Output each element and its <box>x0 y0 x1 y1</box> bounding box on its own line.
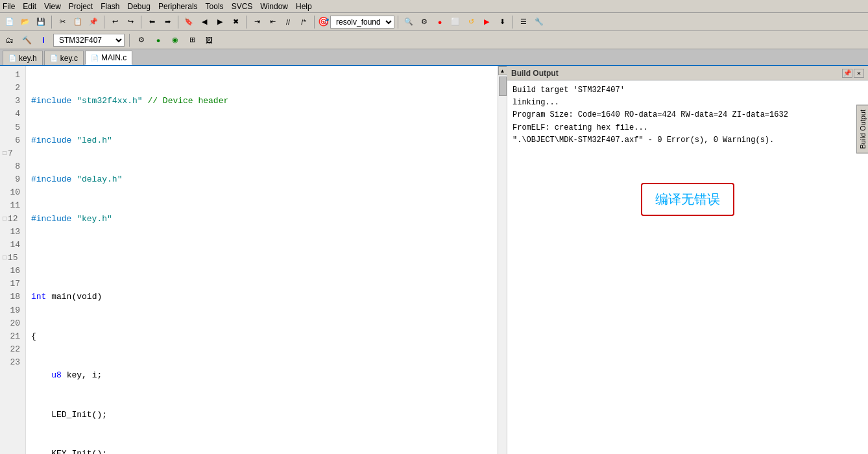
menu-icon-btn[interactable]: ☰ <box>516 15 531 29</box>
target-icon: 🎯 <box>318 16 329 27</box>
cut-btn[interactable]: ✂ <box>55 15 69 29</box>
tab-key-c[interactable]: 📄 key.c <box>44 51 84 65</box>
sep-4 <box>178 16 178 29</box>
menu-edit[interactable]: Edit <box>23 2 36 11</box>
sep-9 <box>129 34 130 47</box>
tabs-bar: 📄 key.h 📄 key.c 📄 MAIN.c <box>0 49 868 66</box>
code-line-3: #include "delay.h" <box>31 173 492 186</box>
nav-fwd-btn[interactable]: ➡ <box>160 15 175 29</box>
menu-project[interactable]: Project <box>69 2 93 11</box>
ln-7: □7 <box>3 147 20 160</box>
menu-file[interactable]: File <box>3 2 15 11</box>
power-btn[interactable]: ◉ <box>168 33 182 47</box>
settings-btn[interactable]: ⚙ <box>417 15 431 29</box>
undo-btn[interactable]: ↩ <box>108 15 122 29</box>
code-line-10: KEY_Init(); <box>31 448 492 454</box>
image-btn[interactable]: 🖼 <box>202 33 216 47</box>
key-c-icon: 📄 <box>50 54 58 62</box>
menu-help[interactable]: Help <box>296 2 312 11</box>
menu-peripherals[interactable]: Peripherals <box>158 2 198 11</box>
ln-23: 23 <box>3 356 20 369</box>
find-btn[interactable]: 🔍 <box>402 15 416 29</box>
debug-reset-btn[interactable]: ↺ <box>464 15 478 29</box>
bookmark-next-btn[interactable]: ▶ <box>213 15 227 29</box>
tab-key-h[interactable]: 📄 key.h <box>3 51 43 65</box>
code-scrollbar[interactable]: ▲ <box>498 66 507 454</box>
debug-load-btn[interactable]: ⬇ <box>495 15 509 29</box>
menu-tools[interactable]: Tools <box>206 2 224 11</box>
tab-main-c-label: MAIN.c <box>101 53 127 62</box>
build-output-right-tab[interactable]: Build Output <box>856 105 868 154</box>
bookmark-clear-btn[interactable]: ✖ <box>228 15 243 29</box>
ln-5: 5 <box>3 121 20 134</box>
code-line-4: #include "key.h" <box>31 213 492 226</box>
build-output-text: Build target 'STM32F407' linking... Prog… <box>507 80 868 454</box>
code-line-7: { <box>31 330 492 343</box>
ln-14: 14 <box>3 239 20 252</box>
sep-8 <box>512 16 513 29</box>
tab-main-c[interactable]: 📄 MAIN.c <box>85 51 132 65</box>
code-line-8: u8 key, i; <box>31 369 492 382</box>
led-btn[interactable]: ● <box>151 33 165 47</box>
ln-10: 10 <box>3 186 20 199</box>
ln-11: 11 <box>3 199 20 212</box>
debug-run-btn[interactable]: ● <box>433 15 447 29</box>
right-tab-label: Build Output <box>859 110 867 149</box>
comment-btn[interactable]: // <box>281 15 295 29</box>
toolbar-row-2: 🗂 🔨 i STM32F407 ⚙ ● ◉ ⊞ 🖼 <box>0 31 868 49</box>
build-header-buttons: 📌 ✕ <box>842 69 864 78</box>
nav-back-btn[interactable]: ⬅ <box>145 15 159 29</box>
ln-8: 8 <box>3 160 20 173</box>
ln-21: 21 <box>3 330 20 343</box>
ln-2: 2 <box>3 82 20 95</box>
code-text[interactable]: #include "stm32f4xx.h" // Device header … <box>26 66 498 454</box>
menu-debug[interactable]: Debug <box>128 2 151 11</box>
ln-18: 18 <box>3 291 20 304</box>
menu-svcs[interactable]: SVCS <box>232 2 253 11</box>
menu-window[interactable]: Window <box>260 2 288 11</box>
resolv-dropdown[interactable]: resolv_found <box>330 16 394 29</box>
save-btn[interactable]: 💾 <box>34 15 48 29</box>
target-select[interactable]: STM32F407 <box>53 34 125 47</box>
ln-15: □15 <box>3 252 20 265</box>
ln-16: 16 <box>3 265 20 278</box>
key-h-icon: 📄 <box>8 54 16 62</box>
menu-view[interactable]: View <box>44 2 61 11</box>
debug-stop-btn[interactable]: ⬜ <box>448 15 463 29</box>
code-line-1: #include "stm32f4xx.h" // Device header <box>31 95 492 108</box>
bookmark-btn[interactable]: 🔖 <box>182 15 196 29</box>
ln-1: 1 <box>3 69 20 82</box>
ln-6: 6 <box>3 134 20 147</box>
build-icon-btn[interactable]: 🔨 <box>19 33 34 47</box>
sep-5 <box>246 16 247 29</box>
indent-btn[interactable]: ⇥ <box>250 15 264 29</box>
tab-key-c-label: key.c <box>60 54 78 63</box>
build-line-5: ".\OBJECT\MDK-STM32F407.axf" - 0 Error(s… <box>512 134 863 147</box>
copy-btn[interactable]: 📋 <box>71 15 85 29</box>
uncomment-btn[interactable]: /* <box>296 15 311 29</box>
scroll-up-arrow[interactable]: ▲ <box>498 66 507 75</box>
project-icon-btn[interactable]: 🗂 <box>3 33 17 47</box>
settings2-btn[interactable]: ⚙ <box>134 33 149 47</box>
debug-flash-btn[interactable]: ▶ <box>479 15 494 29</box>
info-btn[interactable]: i <box>36 33 51 47</box>
bookmark-prev-btn[interactable]: ◀ <box>197 15 211 29</box>
build-pin-btn[interactable]: 📌 <box>842 69 852 78</box>
new-btn[interactable]: 📄 <box>3 15 17 29</box>
outdent-btn[interactable]: ⇤ <box>265 15 280 29</box>
ln-22: 22 <box>3 343 20 356</box>
build-line-3: Program Size: Code=1640 RO-data=424 RW-d… <box>512 109 863 121</box>
scroll-thumb[interactable] <box>499 77 507 96</box>
redo-btn[interactable]: ↪ <box>123 15 138 29</box>
wrench-btn[interactable]: 🔧 <box>532 15 546 29</box>
paste-btn[interactable]: 📌 <box>86 15 101 29</box>
line-numbers: 1 2 3 4 5 6 □7 8 9 10 11 □12 13 14 □15 1… <box>0 66 26 454</box>
ln-13: 13 <box>3 226 20 239</box>
build-close-btn[interactable]: ✕ <box>854 69 864 78</box>
open-btn[interactable]: 📂 <box>18 15 32 29</box>
success-badge: 编译无错误 <box>641 183 734 216</box>
sep-3 <box>141 16 141 29</box>
main-area: 1 2 3 4 5 6 □7 8 9 10 11 □12 13 14 □15 1… <box>0 66 868 454</box>
chip-btn[interactable]: ⊞ <box>185 33 199 47</box>
menu-flash[interactable]: Flash <box>101 2 119 11</box>
